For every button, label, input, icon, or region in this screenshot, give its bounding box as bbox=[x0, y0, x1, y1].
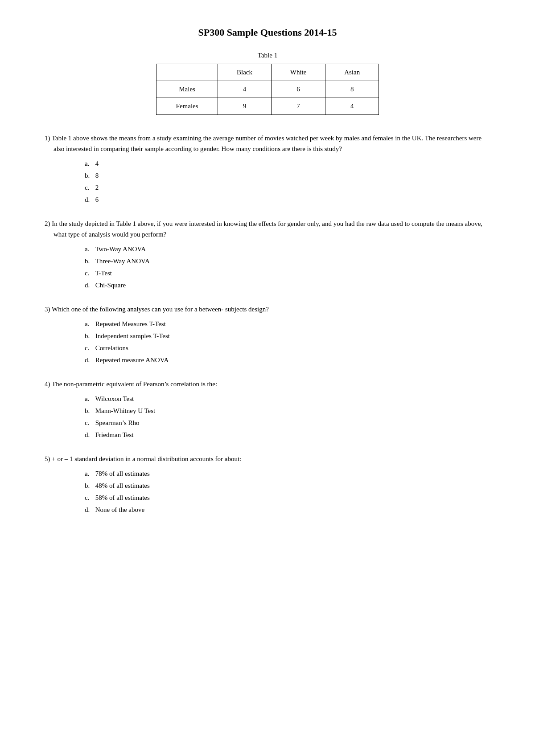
table-header-asian: Asian bbox=[325, 64, 379, 81]
question-2-option-2: b. Three-Way ANOVA bbox=[85, 255, 490, 267]
question-2-text: 2) In the study depicted in Table 1 abov… bbox=[45, 218, 490, 240]
option-letter: a. bbox=[85, 393, 94, 405]
question-1: 1) Table 1 above shows the means from a … bbox=[45, 133, 490, 206]
table-header-row: Black White Asian bbox=[156, 64, 379, 81]
option-letter: c. bbox=[85, 342, 94, 354]
option-letter: d. bbox=[85, 279, 94, 291]
question-4-options: a. Wilcoxon Testb. Mann-Whitney U Testc.… bbox=[45, 393, 490, 441]
table-header-black: Black bbox=[218, 64, 272, 81]
question-number: 2) bbox=[45, 220, 50, 227]
question-5-text: 5) + or – 1 standard deviation in a norm… bbox=[45, 454, 490, 464]
question-1-option-2: b. 8 bbox=[85, 170, 490, 182]
table-cell-females-black: 9 bbox=[218, 98, 272, 115]
question-1-option-4: d. 6 bbox=[85, 194, 490, 206]
question-number: 1) bbox=[45, 135, 50, 142]
questions-section: 1) Table 1 above shows the means from a … bbox=[45, 133, 490, 516]
option-letter: c. bbox=[85, 182, 94, 194]
table-row-males: Males 4 6 8 bbox=[156, 81, 379, 98]
option-letter: d. bbox=[85, 194, 94, 206]
table-header-empty bbox=[156, 64, 218, 81]
question-4-option-3: c. Spearman’s Rho bbox=[85, 417, 490, 429]
question-2: 2) In the study depicted in Table 1 abov… bbox=[45, 218, 490, 291]
data-table: Black White Asian Males 4 6 8 Females 9 … bbox=[156, 64, 379, 115]
option-letter: d. bbox=[85, 504, 94, 516]
question-3-option-4: d. Repeated measure ANOVA bbox=[85, 354, 490, 366]
question-5-option-1: a. 78% of all estimates bbox=[85, 468, 490, 480]
table-cell-females-white: 7 bbox=[271, 98, 325, 115]
option-letter: c. bbox=[85, 492, 94, 504]
option-letter: c. bbox=[85, 417, 94, 429]
table-header-white: White bbox=[271, 64, 325, 81]
question-4-option-4: d. Friedman Test bbox=[85, 429, 490, 441]
question-3-option-2: b. Independent samples T-Test bbox=[85, 330, 490, 342]
question-2-option-4: d. Chi-Square bbox=[85, 279, 490, 291]
question-5-option-4: d. None of the above bbox=[85, 504, 490, 516]
question-1-option-3: c. 2 bbox=[85, 182, 490, 194]
question-number: 5) bbox=[45, 455, 50, 462]
option-letter: b. bbox=[85, 405, 94, 417]
table-cell-females-label: Females bbox=[156, 98, 218, 115]
question-5-option-2: b. 48% of all estimates bbox=[85, 480, 490, 492]
question-4-option-2: b. Mann-Whitney U Test bbox=[85, 405, 490, 417]
question-2-option-1: a. Two-Way ANOVA bbox=[85, 243, 490, 255]
option-letter: a. bbox=[85, 158, 94, 170]
question-4-text: 4) The non-parametric equivalent of Pear… bbox=[45, 379, 490, 389]
question-2-options: a. Two-Way ANOVAb. Three-Way ANOVAc. T-T… bbox=[45, 243, 490, 291]
question-3-option-1: a. Repeated Measures T-Test bbox=[85, 318, 490, 330]
option-letter: a. bbox=[85, 318, 94, 330]
question-3-options: a. Repeated Measures T-Testb. Independen… bbox=[45, 318, 490, 366]
option-letter: a. bbox=[85, 468, 94, 480]
table-cell-males-black: 4 bbox=[218, 81, 272, 98]
table-cell-males-white: 6 bbox=[271, 81, 325, 98]
option-letter: b. bbox=[85, 255, 94, 267]
question-1-option-1: a. 4 bbox=[85, 158, 490, 170]
table-row-females: Females 9 7 4 bbox=[156, 98, 379, 115]
option-letter: a. bbox=[85, 243, 94, 255]
question-4: 4) The non-parametric equivalent of Pear… bbox=[45, 379, 490, 441]
question-number: 3) bbox=[45, 306, 50, 313]
question-5: 5) + or – 1 standard deviation in a norm… bbox=[45, 454, 490, 516]
table-cell-males-asian: 8 bbox=[325, 81, 379, 98]
table-cell-females-asian: 4 bbox=[325, 98, 379, 115]
question-number: 4) bbox=[45, 380, 50, 388]
question-3: 3) Which one of the following analyses c… bbox=[45, 304, 490, 366]
option-letter: b. bbox=[85, 480, 94, 492]
question-3-option-3: c. Correlations bbox=[85, 342, 490, 354]
option-letter: d. bbox=[85, 429, 94, 441]
question-2-option-3: c. T-Test bbox=[85, 267, 490, 279]
option-letter: d. bbox=[85, 354, 94, 366]
question-5-option-3: c. 58% of all estimates bbox=[85, 492, 490, 504]
option-letter: b. bbox=[85, 330, 94, 342]
option-letter: b. bbox=[85, 170, 94, 182]
option-letter: c. bbox=[85, 267, 94, 279]
table-label: Table 1 bbox=[45, 52, 490, 59]
page-title: SP300 Sample Questions 2014-15 bbox=[45, 27, 490, 38]
question-4-option-1: a. Wilcoxon Test bbox=[85, 393, 490, 405]
question-3-text: 3) Which one of the following analyses c… bbox=[45, 304, 490, 315]
question-1-options: a. 4b. 8c. 2d. 6 bbox=[45, 158, 490, 206]
table-cell-males-label: Males bbox=[156, 81, 218, 98]
question-1-text: 1) Table 1 above shows the means from a … bbox=[45, 133, 490, 154]
question-5-options: a. 78% of all estimatesb. 48% of all est… bbox=[45, 468, 490, 516]
